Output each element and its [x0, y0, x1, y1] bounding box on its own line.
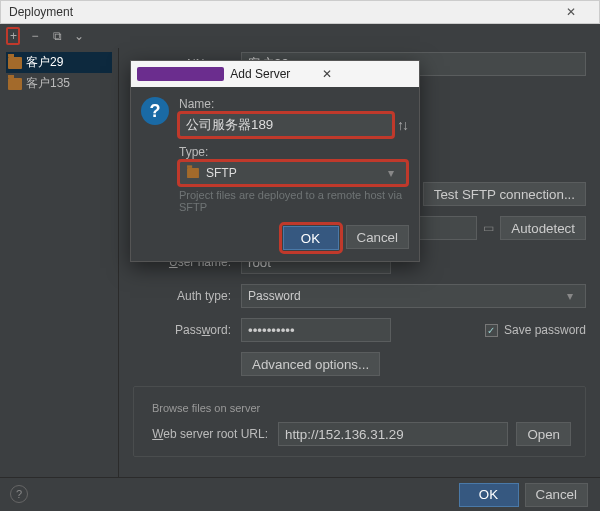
remove-icon[interactable]: − — [28, 29, 42, 43]
save-password-label: Save password — [504, 323, 586, 337]
save-password-checkbox[interactable]: ✓ — [485, 324, 498, 337]
server-list-item[interactable]: 客户29 — [6, 52, 112, 73]
web-root-url-input[interactable] — [278, 422, 508, 446]
folder-open-icon[interactable]: ▭ — [477, 221, 500, 235]
server-label: 客户135 — [26, 75, 70, 92]
help-icon[interactable]: ? — [10, 485, 28, 503]
server-label: 客户29 — [26, 54, 63, 71]
browse-files-fieldset: Browse files on server Web server root U… — [133, 386, 586, 457]
ok-highlight: OK — [282, 225, 340, 251]
auth-type-label: Auth type: — [133, 289, 241, 303]
server-list-item[interactable]: 客户135 — [6, 73, 112, 94]
test-connection-button[interactable]: Test SFTP connection... — [423, 182, 586, 206]
autodetect-button[interactable]: Autodetect — [500, 216, 586, 240]
auth-type-select[interactable]: Password ▾ — [241, 284, 586, 308]
dialog-close-button[interactable]: ✕ — [318, 67, 413, 81]
server-icon — [8, 57, 22, 69]
dialog-title: Add Server — [230, 67, 317, 81]
dialog-bottom-bar: OK Cancel — [0, 477, 600, 511]
chevron-down-icon: ▾ — [561, 289, 579, 303]
question-icon: ? — [141, 97, 169, 125]
password-label: Password: — [133, 323, 241, 337]
modal-ok-button[interactable]: OK — [283, 226, 339, 250]
copy-icon[interactable]: ⧉ — [50, 29, 64, 43]
modal-name-input[interactable] — [179, 113, 393, 137]
web-root-label: Web server root URL: — [148, 427, 278, 441]
toolbar: + − ⧉ ⌄ — [0, 24, 600, 48]
ok-button[interactable]: OK — [459, 483, 519, 507]
window-title: Deployment — [9, 5, 551, 19]
reorder-arrows-icon[interactable]: ↑↓ — [397, 117, 407, 133]
window-titlebar: Deployment ✕ — [0, 0, 600, 24]
modal-name-label: Name: — [179, 97, 407, 111]
password-input[interactable] — [241, 318, 391, 342]
open-button[interactable]: Open — [516, 422, 571, 446]
cancel-button[interactable]: Cancel — [525, 483, 589, 507]
app-icon — [137, 67, 224, 81]
window-close-button[interactable]: ✕ — [551, 5, 591, 19]
browse-files-title: Browse files on server — [148, 402, 264, 414]
dialog-titlebar: Add Server ✕ — [131, 61, 419, 87]
add-icon[interactable]: + — [6, 27, 20, 45]
advanced-options-button[interactable]: Advanced options... — [241, 352, 380, 376]
modal-type-select[interactable]: SFTP ▾ — [179, 161, 407, 185]
chevron-down-icon[interactable]: ⌄ — [72, 29, 86, 43]
server-list-sidebar: 客户29 客户135 — [0, 48, 118, 477]
server-icon — [187, 168, 199, 178]
modal-type-label: Type: — [179, 145, 407, 159]
add-server-dialog: Add Server ✕ ? Name: ↑↓ Type: SFTP ▾ Pro… — [130, 60, 420, 262]
modal-hint-text: Project files are deployed to a remote h… — [179, 189, 407, 213]
modal-cancel-button[interactable]: Cancel — [346, 225, 410, 249]
server-icon — [8, 78, 22, 90]
chevron-down-icon: ▾ — [382, 166, 400, 180]
